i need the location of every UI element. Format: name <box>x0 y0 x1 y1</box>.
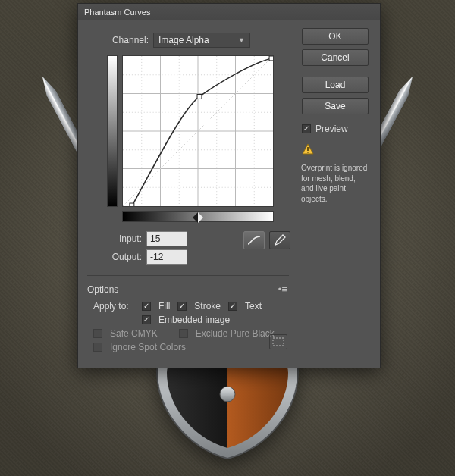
svg-rect-18 <box>130 203 134 206</box>
embedded-checkbox[interactable] <box>142 315 151 324</box>
load-label: Load <box>325 80 346 90</box>
gradient-midpoint-handle[interactable] <box>193 212 203 223</box>
fill-label: Fill <box>158 301 170 312</box>
ok-button[interactable]: OK <box>302 28 369 45</box>
options-heading: Options <box>87 284 118 295</box>
exclude-black-checkbox <box>179 329 188 338</box>
ignore-spot-checkbox <box>93 343 102 352</box>
horizontal-gradient[interactable] <box>122 211 274 222</box>
warning-icon <box>302 143 369 155</box>
save-label: Save <box>325 101 345 111</box>
pencil-mode-icon <box>274 234 286 246</box>
pencil-mode-button[interactable] <box>269 231 290 249</box>
apply-to-label: Apply to: <box>93 301 134 312</box>
vertical-gradient <box>107 55 118 207</box>
fill-checkbox[interactable] <box>142 302 151 311</box>
dialog-title: Phantasm Curves <box>84 8 150 17</box>
channel-label: Channel: <box>107 35 149 45</box>
text-label: Text <box>245 301 262 312</box>
svg-rect-22 <box>307 147 309 151</box>
preview-checkbox[interactable] <box>302 124 311 133</box>
svg-rect-19 <box>197 94 202 99</box>
curve-mode-icon <box>247 235 261 246</box>
save-button[interactable]: Save <box>302 98 369 114</box>
curves-graph[interactable] <box>122 55 274 207</box>
exclude-black-label: Exclude Pure Black <box>196 328 275 339</box>
overprint-note: Overprint is ignored for mesh, blend, an… <box>301 163 369 204</box>
input-label: Input: <box>87 233 142 244</box>
chevron-down-icon: ▼ <box>238 36 245 44</box>
safe-cmyk-checkbox <box>93 329 102 338</box>
text-checkbox[interactable] <box>228 302 237 311</box>
svg-rect-21 <box>273 338 284 346</box>
stroke-label: Stroke <box>194 301 221 312</box>
channel-select[interactable]: Image Alpha ▼ <box>153 33 250 48</box>
output-value-field[interactable] <box>146 249 187 265</box>
stroke-checkbox[interactable] <box>177 302 187 311</box>
svg-rect-23 <box>307 152 309 153</box>
cancel-button[interactable]: Cancel <box>302 49 369 66</box>
safe-cmyk-label: Safe CMYK <box>110 328 158 339</box>
input-value-field[interactable] <box>146 231 187 246</box>
expand-icon[interactable] <box>269 334 287 349</box>
output-label: Output: <box>87 252 142 262</box>
ok-label: OK <box>328 31 341 42</box>
ignore-spot-label: Ignore Spot Colors <box>110 342 186 352</box>
load-button[interactable]: Load <box>302 77 369 93</box>
channel-select-value: Image Alpha <box>158 35 209 45</box>
cancel-label: Cancel <box>321 52 349 63</box>
curve-mode-button[interactable] <box>243 231 265 249</box>
preview-label: Preview <box>315 124 348 134</box>
embedded-label: Embedded image <box>158 315 230 325</box>
options-menu-icon[interactable]: •≡ <box>275 282 290 296</box>
phantasm-curves-dialog: Phantasm Curves Channel: Image Alpha ▼ <box>77 3 381 368</box>
dialog-titlebar[interactable]: Phantasm Curves <box>78 4 380 20</box>
svg-point-2 <box>220 387 235 402</box>
svg-rect-20 <box>269 56 273 61</box>
